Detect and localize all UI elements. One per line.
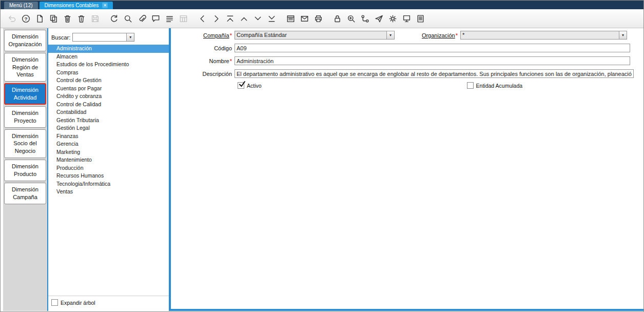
report-icon[interactable] (284, 12, 297, 26)
descripcion-input[interactable] (235, 69, 634, 78)
request-icon[interactable] (373, 12, 385, 26)
tab-menu[interactable]: Menú (12) (4, 2, 38, 9)
entidad-acumulada-checkbox[interactable] (467, 82, 474, 89)
workflow-icon[interactable] (359, 12, 372, 26)
compania-label: Compañía* (171, 32, 235, 38)
detail-record-icon[interactable] (210, 12, 223, 26)
sidebar-tab-dimension-region-de-ventas[interactable]: Dimensión Región de Ventas (4, 53, 46, 82)
new-record-icon[interactable] (33, 12, 46, 26)
form-row-checkboxes: Activo Entidad Acumulada (171, 82, 643, 89)
tree-item[interactable]: Mantenimiento (48, 156, 169, 164)
sidebar-tabs: Dimensión OrganizaciónDimensión Región d… (3, 28, 47, 311)
tree-item[interactable]: Cuentas por Pagar (48, 85, 169, 93)
organizacion-value: * (461, 31, 619, 39)
preference-icon[interactable] (386, 12, 399, 26)
application-window: Menú (12) Dimensiones Contables ✕ ? Dime… (0, 0, 644, 312)
tree-item[interactable]: Gerencia (48, 140, 169, 148)
search-combobox: ▾ (72, 33, 134, 42)
sidebar-tab-dimension-actividad[interactable]: Dimensión Actividad (4, 83, 46, 105)
delete-record-icon[interactable] (61, 12, 74, 26)
search-dropdown-icon[interactable]: ▾ (126, 33, 134, 41)
expand-tree-checkbox[interactable] (51, 299, 58, 306)
next-record-icon[interactable] (251, 12, 264, 26)
tree-item[interactable]: Compras (48, 69, 169, 77)
tab-label: Dimensiones Contables (45, 3, 99, 8)
tree-panel: Buscar: ▾ AdministraciónAlmacenEstudios … (47, 28, 171, 311)
codigo-label: Código (171, 45, 235, 51)
compania-value: Compañía Estándar (235, 31, 386, 39)
help-icon[interactable]: ? (19, 12, 32, 26)
sidebar-tab-dimension-organizacion[interactable]: Dimensión Organización (4, 30, 46, 51)
compania-dropdown-icon[interactable]: ▾ (386, 31, 394, 39)
codigo-input[interactable] (235, 44, 630, 52)
zoom-across-icon[interactable] (345, 12, 358, 26)
tree-item[interactable]: Contabilidad (48, 108, 169, 116)
tree-search-row: Buscar: ▾ (48, 28, 169, 44)
record-log-icon[interactable] (163, 12, 176, 26)
activo-label: Activo (247, 83, 262, 89)
toolbar: ? (1, 9, 643, 28)
lock-icon[interactable] (331, 12, 344, 26)
tree-item[interactable]: Administración (48, 45, 169, 53)
form-row-compania-organizacion: Compañía* Compañía Estándar ▾ Organizaci… (171, 31, 643, 40)
tree-item[interactable]: Almacen (48, 53, 169, 61)
previous-record-icon[interactable] (238, 12, 250, 26)
copy-record-icon[interactable] (47, 12, 60, 26)
svg-text:?: ? (24, 15, 27, 21)
first-record-icon[interactable] (224, 12, 237, 26)
print-icon[interactable] (312, 12, 325, 26)
tree-item[interactable]: Producción (48, 164, 169, 172)
product-info-icon[interactable] (400, 12, 413, 26)
refresh-icon[interactable] (108, 12, 121, 26)
tab-dimensiones-contables[interactable]: Dimensiones Contables ✕ (40, 2, 113, 9)
save-icon (89, 12, 102, 26)
tree-item[interactable]: Control de Gestión (48, 76, 169, 85)
nombre-input[interactable] (235, 56, 630, 65)
expand-tree-label: Expandir árbol (61, 300, 95, 306)
archive-icon[interactable] (298, 12, 311, 26)
delete-selection-icon[interactable] (75, 12, 88, 26)
tree-footer: Expandir árbol (48, 296, 169, 311)
sidebar-tab-dimension-campana[interactable]: Dimensión Campaña (4, 183, 46, 204)
chat-icon[interactable] (149, 12, 162, 26)
undo-icon (6, 12, 18, 26)
organizacion-select[interactable]: * ▾ (460, 31, 627, 40)
window-tab-bar: Menú (12) Dimensiones Contables ✕ (1, 1, 643, 9)
compania-select[interactable]: Compañía Estándar ▾ (235, 31, 395, 40)
search-input[interactable] (73, 33, 126, 41)
tree-item[interactable]: Finanzas (48, 132, 169, 141)
tree-item[interactable]: Gestión Legal (48, 124, 169, 132)
parent-record-icon[interactable] (196, 12, 209, 26)
search-label: Buscar: (51, 34, 70, 41)
sidebar-tab-dimension-socio-del-negocio[interactable]: Dimensión Socio del Negocio (4, 129, 46, 159)
report-window-icon[interactable] (414, 12, 427, 26)
descripcion-label: Descripción (171, 71, 235, 77)
form-row-descripcion: Descripción (171, 69, 643, 78)
form-panel: Compañía* Compañía Estándar ▾ Organizaci… (171, 28, 643, 311)
form-row-codigo: Código (171, 44, 643, 52)
tree-item[interactable]: Gestión Tributaria (48, 116, 169, 125)
sidebar-tab-dimension-proyecto[interactable]: Dimensión Proyecto (4, 106, 46, 128)
check-icon (238, 81, 246, 88)
tree-item[interactable]: Crédito y cobranza (48, 92, 169, 101)
nombre-label: Nombre* (171, 58, 235, 64)
content-area: Dimensión OrganizaciónDimensión Región d… (1, 28, 643, 311)
tree-item[interactable]: Ventas (48, 188, 169, 196)
tab-close-icon[interactable]: ✕ (102, 3, 108, 8)
activity-tree-list: AdministraciónAlmacenEstudios de los Pro… (48, 44, 169, 296)
organizacion-dropdown-icon[interactable]: ▾ (619, 31, 627, 39)
last-record-icon[interactable] (265, 12, 278, 26)
entidad-acumulada-label: Entidad Acumulada (476, 83, 522, 89)
activo-checkbox[interactable] (238, 82, 244, 89)
find-icon[interactable] (122, 12, 134, 26)
tree-item[interactable]: Control de Calidad (48, 101, 169, 109)
grid-toggle-icon (177, 12, 190, 26)
sidebar-tab-dimension-producto[interactable]: Dimensión Producto (4, 160, 46, 181)
tree-item[interactable]: Tecnologia/Informática (48, 180, 169, 188)
tree-item[interactable]: Estudios de los Procedimiento (48, 61, 169, 69)
attachment-icon[interactable] (135, 12, 148, 26)
tree-item[interactable]: Recursos Humanos (48, 172, 169, 180)
tree-item[interactable]: Marketing (48, 148, 169, 157)
form-row-nombre: Nombre* (171, 56, 643, 65)
organizacion-label: Organización* (395, 32, 460, 38)
